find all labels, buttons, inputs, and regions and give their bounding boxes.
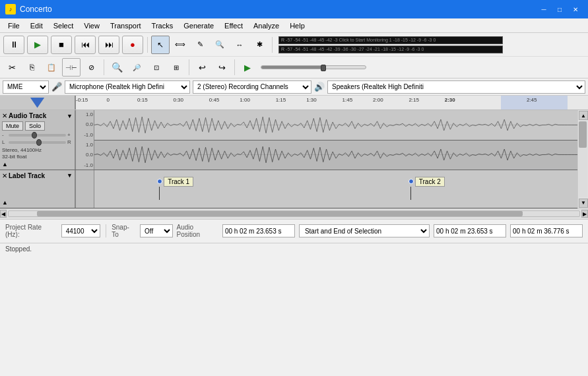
timeline-header <box>0 96 76 110</box>
scroll-thumb[interactable] <box>579 121 587 148</box>
undo-button[interactable]: ↩ <box>193 58 211 77</box>
pause-button[interactable]: ⏸ <box>3 36 24 54</box>
label-scale-col <box>76 170 94 208</box>
label-track-close[interactable]: ✕ <box>2 172 7 179</box>
menu-help[interactable]: Help <box>284 18 310 32</box>
menu-select[interactable]: Select <box>48 18 79 32</box>
host-select[interactable]: MME <box>3 80 49 94</box>
audio-track-header: ✕ Audio Track ▼ Mute Solo - + <box>0 110 76 170</box>
track-dropdown-arrow[interactable] <box>30 98 45 108</box>
timeshift-tool[interactable]: ↔ <box>230 36 249 54</box>
menu-transport[interactable]: Transport <box>105 18 147 32</box>
maximize-button[interactable]: □ <box>552 2 567 16</box>
menu-tracks[interactable]: Tracks <box>147 18 179 32</box>
label-track-expand[interactable]: ▲ <box>2 199 8 206</box>
label-track-header: ✕ Label Track ▼ ▲ <box>0 170 76 208</box>
menu-file[interactable]: File <box>3 18 25 32</box>
minimize-button[interactable]: ─ <box>537 2 551 16</box>
output-meter[interactable]: R -57 -54 -51 -48 -45 -42 -39 -36 -30 -2… <box>278 46 503 53</box>
input-meter[interactable]: R -57 -54 -51 -48 -45 -42 -3 Click to St… <box>278 36 503 44</box>
skip-forward-button[interactable]: ⏭ <box>98 36 119 54</box>
label-text-1[interactable]: Track 1 <box>164 177 193 187</box>
fit-sel-button[interactable]: ⊞ <box>167 58 185 77</box>
copy-button[interactable]: ⎘ <box>22 58 41 77</box>
waveform-top <box>94 110 577 140</box>
pan-slider[interactable] <box>9 141 66 144</box>
tracks-scroll-area: ✕ Audio Track ▼ Mute Solo - + <box>0 110 588 208</box>
label-dot-1[interactable] <box>157 179 162 184</box>
label-text-2[interactable]: Track 2 <box>415 177 445 187</box>
zoom-tool[interactable]: 🔍 <box>211 36 229 54</box>
label-marker-1: Track 1 <box>157 177 193 200</box>
scale-mid: 0.0 <box>77 121 93 127</box>
skip-back-button[interactable]: ⏮ <box>75 36 96 54</box>
label-track: ✕ Label Track ▼ ▲ Track 1 <box>0 170 577 208</box>
stopped-status: Stopped. <box>5 245 32 253</box>
cut-button[interactable]: ✂ <box>3 58 21 77</box>
snap-to-label: Snap-To <box>112 224 136 238</box>
input-device-select[interactable]: Microphone (Realtek High Defini <box>65 80 190 94</box>
envelope-tool[interactable]: ⟺ <box>171 36 189 54</box>
status-sep1 <box>106 224 106 237</box>
time-label-10: 2:15 <box>408 97 419 103</box>
multi-tool[interactable]: ✱ <box>250 36 269 54</box>
window-controls: ─ □ ✕ <box>537 2 583 16</box>
track-menu-arrow[interactable]: ▼ <box>67 113 73 119</box>
solo-button[interactable]: Solo <box>25 121 45 131</box>
menu-generate[interactable]: Generate <box>178 18 219 32</box>
draw-tool[interactable]: ✎ <box>191 36 209 54</box>
waveform-area[interactable] <box>94 110 577 170</box>
scroll-right-btn[interactable]: ▶ <box>581 210 588 218</box>
app-title: Concerto <box>20 5 537 14</box>
sep1 <box>147 37 148 53</box>
speed-thumb[interactable] <box>321 65 326 71</box>
fit-project-button[interactable]: ⊡ <box>147 58 166 77</box>
output-device-select[interactable]: Speakers (Realtek High Definiti <box>327 80 585 94</box>
play-green-button[interactable]: ▶ <box>238 58 257 77</box>
play-button[interactable]: ▶ <box>27 36 48 54</box>
h-scroll-track[interactable] <box>8 210 580 217</box>
redo-button[interactable]: ↪ <box>212 58 231 77</box>
output-device-icon: 🔊 <box>314 82 325 92</box>
zoom-in-button[interactable]: 🔍 <box>108 58 126 77</box>
trim-button[interactable]: ⊣⊢ <box>62 58 81 77</box>
project-rate-select[interactable]: 44100 <box>61 224 100 237</box>
menu-edit[interactable]: Edit <box>25 18 48 32</box>
scroll-left-btn[interactable]: ◀ <box>0 210 7 218</box>
mute-solo-row: Mute Solo <box>2 121 73 131</box>
pan-thumb[interactable] <box>36 139 42 146</box>
h-scroll-thumb[interactable] <box>37 211 522 216</box>
sel-end-input[interactable] <box>510 224 583 237</box>
time-label-2: 0:15 <box>137 97 148 103</box>
gain-min: - <box>2 132 7 138</box>
audio-track: ✕ Audio Track ▼ Mute Solo - + <box>0 110 577 170</box>
scroll-down-btn[interactable]: ▼ <box>579 199 588 208</box>
paste-button[interactable]: 📋 <box>42 58 61 77</box>
zoom-out-button[interactable]: 🔎 <box>127 58 146 77</box>
label-dot-2[interactable] <box>408 179 414 184</box>
snap-to-select[interactable]: Off <box>140 224 173 237</box>
silence-button[interactable]: ⊘ <box>82 58 100 77</box>
stop-button[interactable]: ■ <box>51 36 72 54</box>
pan-l: L <box>2 139 7 145</box>
close-button[interactable]: ✕ <box>568 2 583 16</box>
track-close-btn[interactable]: ✕ <box>2 112 7 119</box>
track-expand-btn[interactable]: ▲ <box>2 161 8 168</box>
audio-position-input[interactable] <box>222 224 295 237</box>
gain-slider[interactable] <box>9 134 66 137</box>
sel-start-input[interactable] <box>434 224 506 237</box>
scroll-up-btn[interactable]: ▲ <box>579 111 588 120</box>
selection-tool[interactable]: ↖ <box>151 36 170 54</box>
menu-view[interactable]: View <box>79 18 105 32</box>
label-track-body[interactable]: Track 1 Track 2 <box>94 170 577 208</box>
selection-mode-select[interactable]: Start and End of Selection <box>299 224 430 237</box>
label-track-menu[interactable]: ▼ <box>67 172 73 179</box>
mute-button[interactable]: Mute <box>2 121 23 131</box>
channels-select[interactable]: 2 (Stereo) Recording Channels <box>193 80 311 94</box>
gain-thumb[interactable] <box>32 132 37 139</box>
menu-analyze[interactable]: Analyze <box>248 18 284 32</box>
playback-speed-slider[interactable] <box>261 65 366 69</box>
app-icon: ♪ <box>5 4 16 15</box>
record-button[interactable]: ● <box>122 36 143 54</box>
menu-effect[interactable]: Effect <box>219 18 248 32</box>
